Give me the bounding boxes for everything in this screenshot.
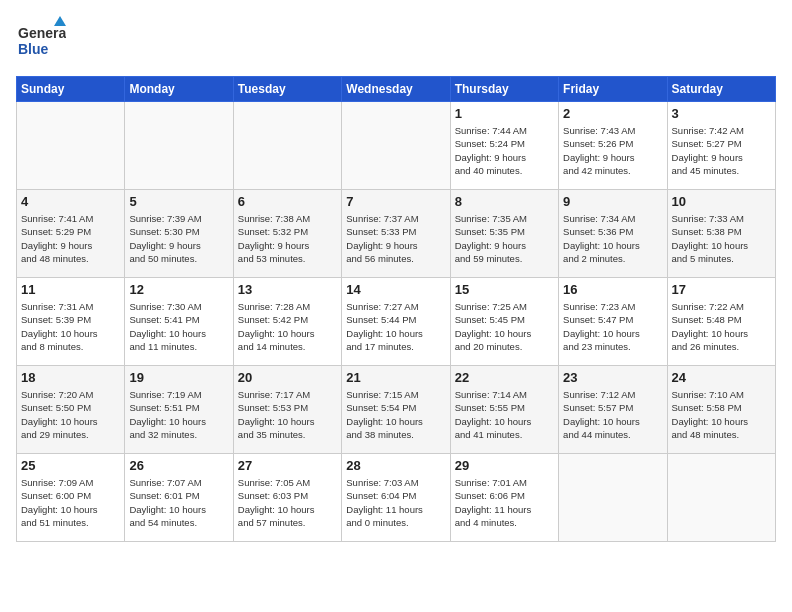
calendar-cell: 1Sunrise: 7:44 AM Sunset: 5:24 PM Daylig… [450, 102, 558, 190]
calendar-cell [559, 454, 667, 542]
day-info: Sunrise: 7:30 AM Sunset: 5:41 PM Dayligh… [129, 300, 228, 353]
calendar-week-4: 25Sunrise: 7:09 AM Sunset: 6:00 PM Dayli… [17, 454, 776, 542]
day-info: Sunrise: 7:22 AM Sunset: 5:48 PM Dayligh… [672, 300, 771, 353]
calendar-cell: 14Sunrise: 7:27 AM Sunset: 5:44 PM Dayli… [342, 278, 450, 366]
calendar-cell: 12Sunrise: 7:30 AM Sunset: 5:41 PM Dayli… [125, 278, 233, 366]
day-number: 26 [129, 458, 228, 473]
day-info: Sunrise: 7:12 AM Sunset: 5:57 PM Dayligh… [563, 388, 662, 441]
day-number: 22 [455, 370, 554, 385]
calendar-cell: 22Sunrise: 7:14 AM Sunset: 5:55 PM Dayli… [450, 366, 558, 454]
day-number: 24 [672, 370, 771, 385]
day-info: Sunrise: 7:31 AM Sunset: 5:39 PM Dayligh… [21, 300, 120, 353]
calendar-table: SundayMondayTuesdayWednesdayThursdayFrid… [16, 76, 776, 542]
day-info: Sunrise: 7:42 AM Sunset: 5:27 PM Dayligh… [672, 124, 771, 177]
day-info: Sunrise: 7:43 AM Sunset: 5:26 PM Dayligh… [563, 124, 662, 177]
day-number: 1 [455, 106, 554, 121]
day-info: Sunrise: 7:15 AM Sunset: 5:54 PM Dayligh… [346, 388, 445, 441]
day-info: Sunrise: 7:03 AM Sunset: 6:04 PM Dayligh… [346, 476, 445, 529]
calendar-cell [125, 102, 233, 190]
svg-text:Blue: Blue [18, 41, 49, 57]
day-number: 27 [238, 458, 337, 473]
calendar-cell: 25Sunrise: 7:09 AM Sunset: 6:00 PM Dayli… [17, 454, 125, 542]
header-wednesday: Wednesday [342, 77, 450, 102]
calendar-cell: 13Sunrise: 7:28 AM Sunset: 5:42 PM Dayli… [233, 278, 341, 366]
header-tuesday: Tuesday [233, 77, 341, 102]
day-number: 12 [129, 282, 228, 297]
calendar-cell: 2Sunrise: 7:43 AM Sunset: 5:26 PM Daylig… [559, 102, 667, 190]
calendar-week-3: 18Sunrise: 7:20 AM Sunset: 5:50 PM Dayli… [17, 366, 776, 454]
day-number: 18 [21, 370, 120, 385]
day-info: Sunrise: 7:28 AM Sunset: 5:42 PM Dayligh… [238, 300, 337, 353]
day-info: Sunrise: 7:39 AM Sunset: 5:30 PM Dayligh… [129, 212, 228, 265]
day-number: 11 [21, 282, 120, 297]
day-info: Sunrise: 7:44 AM Sunset: 5:24 PM Dayligh… [455, 124, 554, 177]
day-number: 6 [238, 194, 337, 209]
day-number: 9 [563, 194, 662, 209]
logo-icon: General Blue [16, 16, 66, 66]
day-number: 17 [672, 282, 771, 297]
header-thursday: Thursday [450, 77, 558, 102]
day-number: 7 [346, 194, 445, 209]
calendar-cell [17, 102, 125, 190]
day-info: Sunrise: 7:01 AM Sunset: 6:06 PM Dayligh… [455, 476, 554, 529]
day-number: 2 [563, 106, 662, 121]
calendar-cell: 17Sunrise: 7:22 AM Sunset: 5:48 PM Dayli… [667, 278, 775, 366]
day-number: 14 [346, 282, 445, 297]
calendar-cell: 9Sunrise: 7:34 AM Sunset: 5:36 PM Daylig… [559, 190, 667, 278]
day-info: Sunrise: 7:37 AM Sunset: 5:33 PM Dayligh… [346, 212, 445, 265]
calendar-cell: 26Sunrise: 7:07 AM Sunset: 6:01 PM Dayli… [125, 454, 233, 542]
day-info: Sunrise: 7:14 AM Sunset: 5:55 PM Dayligh… [455, 388, 554, 441]
calendar-cell: 11Sunrise: 7:31 AM Sunset: 5:39 PM Dayli… [17, 278, 125, 366]
calendar-header-row: SundayMondayTuesdayWednesdayThursdayFrid… [17, 77, 776, 102]
calendar-cell: 27Sunrise: 7:05 AM Sunset: 6:03 PM Dayli… [233, 454, 341, 542]
day-number: 20 [238, 370, 337, 385]
calendar-week-0: 1Sunrise: 7:44 AM Sunset: 5:24 PM Daylig… [17, 102, 776, 190]
calendar-cell: 20Sunrise: 7:17 AM Sunset: 5:53 PM Dayli… [233, 366, 341, 454]
calendar-cell: 3Sunrise: 7:42 AM Sunset: 5:27 PM Daylig… [667, 102, 775, 190]
calendar-week-2: 11Sunrise: 7:31 AM Sunset: 5:39 PM Dayli… [17, 278, 776, 366]
calendar-cell: 29Sunrise: 7:01 AM Sunset: 6:06 PM Dayli… [450, 454, 558, 542]
day-number: 19 [129, 370, 228, 385]
svg-marker-2 [54, 16, 66, 26]
calendar-cell: 7Sunrise: 7:37 AM Sunset: 5:33 PM Daylig… [342, 190, 450, 278]
day-info: Sunrise: 7:10 AM Sunset: 5:58 PM Dayligh… [672, 388, 771, 441]
day-info: Sunrise: 7:20 AM Sunset: 5:50 PM Dayligh… [21, 388, 120, 441]
calendar-week-1: 4Sunrise: 7:41 AM Sunset: 5:29 PM Daylig… [17, 190, 776, 278]
day-number: 15 [455, 282, 554, 297]
header-friday: Friday [559, 77, 667, 102]
day-number: 28 [346, 458, 445, 473]
day-info: Sunrise: 7:05 AM Sunset: 6:03 PM Dayligh… [238, 476, 337, 529]
calendar-cell: 5Sunrise: 7:39 AM Sunset: 5:30 PM Daylig… [125, 190, 233, 278]
day-number: 5 [129, 194, 228, 209]
day-info: Sunrise: 7:23 AM Sunset: 5:47 PM Dayligh… [563, 300, 662, 353]
day-info: Sunrise: 7:38 AM Sunset: 5:32 PM Dayligh… [238, 212, 337, 265]
day-number: 10 [672, 194, 771, 209]
day-number: 29 [455, 458, 554, 473]
day-number: 8 [455, 194, 554, 209]
calendar-cell: 6Sunrise: 7:38 AM Sunset: 5:32 PM Daylig… [233, 190, 341, 278]
day-info: Sunrise: 7:25 AM Sunset: 5:45 PM Dayligh… [455, 300, 554, 353]
day-info: Sunrise: 7:27 AM Sunset: 5:44 PM Dayligh… [346, 300, 445, 353]
day-info: Sunrise: 7:35 AM Sunset: 5:35 PM Dayligh… [455, 212, 554, 265]
calendar-cell [342, 102, 450, 190]
calendar-cell: 18Sunrise: 7:20 AM Sunset: 5:50 PM Dayli… [17, 366, 125, 454]
day-info: Sunrise: 7:09 AM Sunset: 6:00 PM Dayligh… [21, 476, 120, 529]
day-info: Sunrise: 7:19 AM Sunset: 5:51 PM Dayligh… [129, 388, 228, 441]
calendar-cell [667, 454, 775, 542]
day-info: Sunrise: 7:17 AM Sunset: 5:53 PM Dayligh… [238, 388, 337, 441]
logo: General Blue [16, 16, 66, 66]
day-number: 21 [346, 370, 445, 385]
header-saturday: Saturday [667, 77, 775, 102]
calendar-cell: 10Sunrise: 7:33 AM Sunset: 5:38 PM Dayli… [667, 190, 775, 278]
day-info: Sunrise: 7:07 AM Sunset: 6:01 PM Dayligh… [129, 476, 228, 529]
calendar-cell: 28Sunrise: 7:03 AM Sunset: 6:04 PM Dayli… [342, 454, 450, 542]
header-sunday: Sunday [17, 77, 125, 102]
calendar-cell [233, 102, 341, 190]
day-number: 25 [21, 458, 120, 473]
day-info: Sunrise: 7:34 AM Sunset: 5:36 PM Dayligh… [563, 212, 662, 265]
day-number: 4 [21, 194, 120, 209]
day-number: 16 [563, 282, 662, 297]
calendar-cell: 23Sunrise: 7:12 AM Sunset: 5:57 PM Dayli… [559, 366, 667, 454]
calendar-cell: 21Sunrise: 7:15 AM Sunset: 5:54 PM Dayli… [342, 366, 450, 454]
svg-text:General: General [18, 25, 66, 41]
